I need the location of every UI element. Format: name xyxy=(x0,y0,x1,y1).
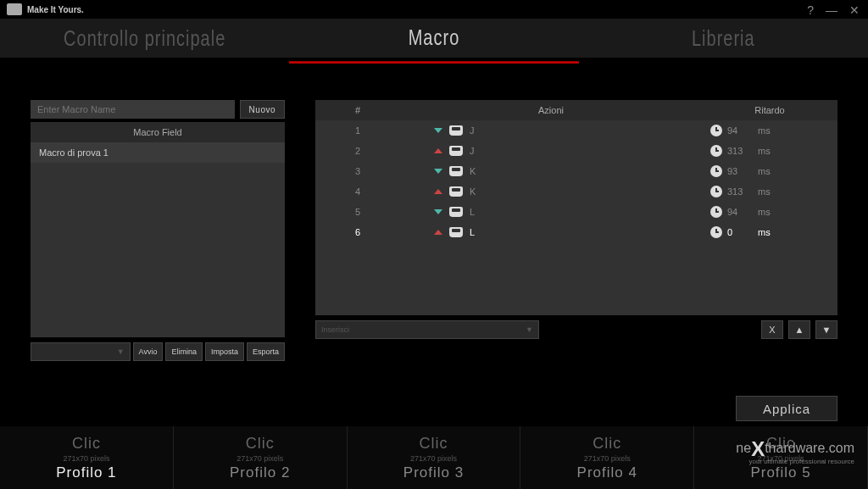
profile-clic-label: Clic xyxy=(419,435,448,453)
action-row[interactable]: 3K93ms xyxy=(315,161,837,181)
profile-name: Profilo 3 xyxy=(403,464,464,481)
profile-clic-label: Clic xyxy=(766,435,795,453)
record-mode-dropdown[interactable]: ▼ xyxy=(31,342,131,361)
clock-icon xyxy=(710,206,722,218)
action-row[interactable]: 4K313ms xyxy=(315,181,837,202)
key-label: L xyxy=(470,207,475,217)
chevron-down-icon: ▼ xyxy=(117,347,125,356)
key-press-icon xyxy=(434,128,442,133)
macro-name-input[interactable] xyxy=(31,100,235,119)
key-release-icon xyxy=(434,189,442,194)
move-down-button[interactable]: ▼ xyxy=(815,320,837,339)
action-row[interactable]: 5L94ms xyxy=(315,202,837,222)
tab-main-control[interactable]: Controllo principale xyxy=(0,13,289,64)
keycap-icon xyxy=(449,146,463,156)
tab-macro[interactable]: Macro xyxy=(289,13,578,64)
delay-value: 93 xyxy=(727,166,753,176)
key-press-icon xyxy=(434,209,442,214)
profile-name: Profilo 4 xyxy=(577,464,637,481)
key-release-icon xyxy=(434,148,442,153)
delay-value: 94 xyxy=(727,207,753,217)
profile-dimensions: 271x70 pixels xyxy=(63,454,109,463)
keycap-icon xyxy=(449,125,463,136)
clock-icon xyxy=(710,165,722,177)
keycap-icon xyxy=(449,166,463,176)
row-number: 5 xyxy=(315,207,400,217)
key-label: L xyxy=(470,227,475,237)
start-button[interactable]: Avvio xyxy=(133,342,164,361)
dropdown-label: Inserisci xyxy=(321,325,349,334)
profile-slot[interactable]: Clic271x70 pixelsProfilo 2 xyxy=(174,426,348,489)
clock-icon xyxy=(710,226,722,238)
profile-clic-label: Clic xyxy=(72,435,101,453)
profile-bar: Clic271x70 pixelsProfilo 1Clic271x70 pix… xyxy=(0,426,868,489)
profile-dimensions: 271x70 pixels xyxy=(236,454,283,463)
keycap-icon xyxy=(449,186,463,197)
macro-list-panel: Nuovo Macro Field Macro di prova 1 ▼ Avv… xyxy=(31,100,285,361)
col-header-action: Azioni xyxy=(400,105,702,115)
profile-dimensions: 271x70 pixels xyxy=(410,454,457,463)
delete-action-button[interactable]: X xyxy=(761,320,783,339)
insert-dropdown[interactable]: Inserisci ▼ xyxy=(315,320,539,339)
row-number: 6 xyxy=(315,227,400,237)
delay-value: 313 xyxy=(727,186,753,197)
profile-name: Profilo 1 xyxy=(56,464,116,481)
profile-name: Profilo 5 xyxy=(750,464,810,481)
profile-name: Profilo 2 xyxy=(230,464,290,481)
key-press-icon xyxy=(434,169,442,174)
delay-unit: ms xyxy=(758,166,771,176)
row-number: 4 xyxy=(315,186,400,197)
clock-icon xyxy=(710,125,722,136)
delay-value: 313 xyxy=(727,146,753,156)
new-macro-button[interactable]: Nuovo xyxy=(240,100,285,119)
key-label: K xyxy=(470,186,476,197)
main-tabs: Controllo principale Macro Libreria xyxy=(0,19,868,58)
key-label: J xyxy=(470,146,475,156)
action-row[interactable]: 1J94ms xyxy=(315,120,837,141)
profile-slot[interactable]: Clic271x70 pixelsProfilo 5 xyxy=(694,426,868,489)
delay-value: 94 xyxy=(727,125,753,136)
row-number: 2 xyxy=(315,146,400,156)
action-panel: # Azioni Ritardo 1J94ms2J313ms3K93ms4K31… xyxy=(315,100,837,361)
clock-icon xyxy=(710,186,722,197)
macro-list-item[interactable]: Macro di prova 1 xyxy=(31,142,285,163)
delay-unit: ms xyxy=(758,227,771,237)
delay-unit: ms xyxy=(758,186,771,197)
profile-dimensions: 271x70 pixels xyxy=(758,454,804,463)
delay-unit: ms xyxy=(758,207,771,217)
profile-slot[interactable]: Clic271x70 pixelsProfilo 3 xyxy=(348,426,521,489)
row-number: 3 xyxy=(315,166,400,176)
profile-clic-label: Clic xyxy=(593,435,621,453)
profile-slot[interactable]: Clic271x70 pixelsProfilo 4 xyxy=(520,426,694,489)
key-label: K xyxy=(470,166,476,176)
delay-unit: ms xyxy=(758,146,771,156)
delete-button[interactable]: Elimina xyxy=(165,342,203,361)
delay-unit: ms xyxy=(758,125,771,136)
action-row[interactable]: 2J313ms xyxy=(315,141,837,161)
key-release-icon xyxy=(434,230,442,235)
tab-library[interactable]: Libreria xyxy=(579,13,868,64)
chevron-down-icon: ▼ xyxy=(526,325,533,334)
set-button[interactable]: Imposta xyxy=(205,342,244,361)
export-button[interactable]: Esporta xyxy=(247,342,285,361)
action-list: 1J94ms2J313ms3K93ms4K313ms5L94ms6L0ms xyxy=(315,120,837,315)
profile-dimensions: 271x70 pixels xyxy=(584,454,631,463)
key-label: J xyxy=(470,125,475,136)
apply-button[interactable]: Applica xyxy=(736,396,837,421)
macro-list: Macro di prova 1 xyxy=(31,142,285,337)
keycap-icon xyxy=(449,207,463,217)
keycap-icon xyxy=(449,227,463,237)
clock-icon xyxy=(710,145,722,157)
move-up-button[interactable]: ▲ xyxy=(788,320,810,339)
delay-value: 0 xyxy=(727,227,753,237)
profile-clic-label: Clic xyxy=(246,435,275,453)
col-header-delay: Ritardo xyxy=(702,105,837,115)
col-header-num: # xyxy=(315,105,400,115)
macro-field-header: Macro Field xyxy=(31,122,285,142)
action-row[interactable]: 6L0ms xyxy=(315,222,837,242)
row-number: 1 xyxy=(315,125,400,136)
profile-slot[interactable]: Clic271x70 pixelsProfilo 1 xyxy=(0,426,174,489)
